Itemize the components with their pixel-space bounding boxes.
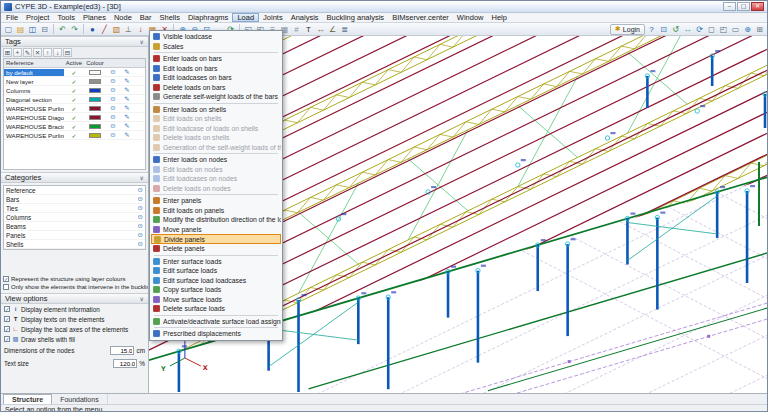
menubar-item-buckling-analysis[interactable]: Buckling analysis: [323, 13, 389, 22]
tag-edit-icon[interactable]: ✎: [120, 113, 134, 121]
view-option-display-texts-on-the-elements[interactable]: ✓TDisplay texts on the elements: [1, 314, 148, 324]
dimension-icon[interactable]: ↔: [315, 24, 326, 35]
load-menu-edit-loadcases-on-bars[interactable]: Edit loadcases on bars: [151, 73, 281, 83]
load-icon[interactable]: ↓: [135, 24, 146, 35]
menubar-item-shells[interactable]: Shells: [156, 13, 184, 22]
menubar-item-tools[interactable]: Tools: [53, 13, 79, 22]
field-input-dimensions-of-the-nodes[interactable]: [110, 346, 134, 355]
menubar-item-project[interactable]: Project: [22, 13, 53, 22]
tag-edit-icon[interactable]: ✎: [120, 122, 134, 130]
tag-colour-cell[interactable]: [84, 133, 106, 138]
checkbox-icon[interactable]: ✓: [4, 336, 10, 342]
menubar-item-joints[interactable]: Joints: [259, 13, 287, 22]
tag-row-warehouse-bracing[interactable]: WAREHOUSE Bracing✓⊙✎: [4, 122, 145, 131]
move-tag-down-icon[interactable]: ↓: [53, 48, 62, 57]
tag-visible-icon[interactable]: ⊙: [106, 113, 120, 121]
tag-active-check[interactable]: ✓: [64, 96, 84, 103]
maximize-button[interactable]: ▢: [737, 2, 750, 11]
tag-visible-icon[interactable]: ⊙: [106, 86, 120, 94]
tag-visible-icon[interactable]: ⊙: [106, 131, 120, 139]
menubar-item-file[interactable]: File: [2, 13, 22, 22]
category-visible-icon[interactable]: ⊙: [138, 204, 143, 212]
new-bar-icon[interactable]: ╱: [99, 24, 110, 35]
category-visible-icon[interactable]: ⊙: [138, 195, 143, 203]
category-row-bars[interactable]: Bars⊙: [4, 195, 145, 204]
category-visible-icon[interactable]: ⊙: [138, 186, 143, 194]
tag-table-icon[interactable]: ⊞: [3, 48, 12, 57]
tag-row-diagonal-section[interactable]: Diagonal section✓⊙✎: [4, 95, 145, 104]
load-menu-scales[interactable]: Scales: [151, 42, 281, 52]
load-menu-enter-loads-on-shells[interactable]: Enter loads on shells: [151, 105, 281, 115]
category-visible-icon[interactable]: ⊙: [138, 240, 143, 248]
new-shell-icon[interactable]: ▧: [111, 24, 122, 35]
delete-tag-icon[interactable]: ✕: [33, 48, 42, 57]
load-menu-delete-surface-loads[interactable]: Delete surface loads: [151, 304, 281, 314]
category-row-reference[interactable]: Reference⊙: [4, 186, 145, 195]
previous-view-icon[interactable]: ↺: [670, 24, 681, 35]
tag-edit-icon[interactable]: ✎: [120, 86, 134, 94]
tag-edit-icon[interactable]: ✎: [120, 104, 134, 112]
new-node-icon[interactable]: ●: [87, 24, 98, 35]
load-menu-prescribed-displacements[interactable]: Prescribed displacements: [151, 329, 281, 339]
load-menu-enter-surface-loads[interactable]: Enter surface loads: [151, 257, 281, 267]
load-menu-divide-panels[interactable]: Divide panels: [151, 234, 281, 244]
load-menu-edit-loads-on-bars[interactable]: Edit loads on bars: [151, 64, 281, 74]
checkbox-icon[interactable]: ✓: [3, 276, 9, 282]
category-visible-icon[interactable]: ⊙: [138, 213, 143, 221]
close-button[interactable]: ✕: [751, 2, 764, 11]
view-options-section-header[interactable]: View options ∨: [1, 293, 148, 304]
print-tags-icon[interactable]: ⊟: [63, 48, 72, 57]
login-button[interactable]: ✱ Login: [610, 24, 645, 35]
view-option-display-element-information[interactable]: ✓iDisplay element information: [1, 304, 148, 314]
field-input-text-size[interactable]: [113, 359, 137, 368]
load-menu-move-surface-loads[interactable]: Move surface loads: [151, 295, 281, 305]
menubar-item-planes[interactable]: Planes: [79, 13, 110, 22]
tag-active-check[interactable]: ✓: [64, 132, 84, 139]
measure-icon[interactable]: ∠: [327, 24, 338, 35]
menubar-item-bar[interactable]: Bar: [136, 13, 156, 22]
tag-visible-icon[interactable]: ⊙: [106, 122, 120, 130]
category-visible-icon[interactable]: ⊙: [138, 222, 143, 230]
tag-active-check[interactable]: ✓: [64, 78, 84, 85]
tag-edit-icon[interactable]: ✎: [120, 68, 134, 76]
add-tag-icon[interactable]: +: [13, 48, 22, 57]
load-menu-move-panels[interactable]: Move panels: [151, 225, 281, 235]
tag-row-by-default[interactable]: by default✓⊙✎: [4, 68, 145, 77]
rotate-view-icon[interactable]: ⟳: [694, 24, 705, 35]
edit-tag-icon[interactable]: ✎: [23, 48, 32, 57]
tag-row-new-layer[interactable]: New layer✓⊙✎: [4, 77, 145, 86]
tag-row-warehouse-diagonal-brac[interactable]: WAREHOUSE Diagonal brac…✓⊙✎: [4, 113, 145, 122]
tag-visible-icon[interactable]: ⊙: [106, 95, 120, 103]
tag-colour-cell[interactable]: [84, 70, 106, 75]
panel-check-0[interactable]: ✓Represent the structure using layer col…: [1, 274, 148, 282]
menubar-item-analysis[interactable]: Analysis: [287, 13, 323, 22]
tag-visible-icon[interactable]: ⊙: [106, 77, 120, 85]
tag-row-warehouse-purlins[interactable]: WAREHOUSE Purlins✓⊙✎: [4, 104, 145, 113]
select-window-icon[interactable]: ▭: [730, 24, 741, 35]
minimize-button[interactable]: –: [723, 2, 736, 11]
tag-edit-icon[interactable]: ✎: [120, 131, 134, 139]
tag-active-check[interactable]: ✓: [64, 123, 84, 130]
pan-view-icon[interactable]: ↔: [682, 24, 693, 35]
menubar-item-window[interactable]: Window: [453, 13, 488, 22]
view-option-display-the-local-axes-of-the-elements[interactable]: ✓∟Display the local axes of the elements: [1, 324, 148, 334]
full-window-icon[interactable]: ⊞: [754, 24, 765, 35]
snap-icon[interactable]: #: [291, 24, 302, 35]
load-menu-edit-loads-on-panels[interactable]: Edit loads on panels: [151, 206, 281, 216]
support-icon[interactable]: ⊥: [123, 24, 134, 35]
load-menu-enter-panels[interactable]: Enter panels: [151, 196, 281, 206]
undo-icon[interactable]: ↶: [57, 24, 68, 35]
redo-icon[interactable]: ↷: [69, 24, 80, 35]
tag-colour-cell[interactable]: [84, 88, 106, 93]
load-menu-copy-surface-loads[interactable]: Copy surface loads: [151, 285, 281, 295]
tag-row-warehouse-purlins[interactable]: WAREHOUSE Purlins✓⊙✎: [4, 131, 145, 140]
tag-edit-icon[interactable]: ✎: [120, 95, 134, 103]
checkbox-icon[interactable]: [3, 284, 9, 290]
help-icon[interactable]: ?: [646, 24, 657, 35]
load-menu-visible-loadcase[interactable]: Visible loadcase: [151, 32, 281, 42]
panel-check-1[interactable]: Only show the elements that intervene in…: [1, 282, 148, 290]
tag-active-check[interactable]: ✓: [64, 114, 84, 121]
load-menu-activate-deactivate-surface-load-assignment[interactable]: Activate/deactivate surface load assignm…: [151, 317, 281, 327]
menubar-item-node[interactable]: Node: [110, 13, 136, 22]
new-file-icon[interactable]: ▢: [3, 24, 14, 35]
